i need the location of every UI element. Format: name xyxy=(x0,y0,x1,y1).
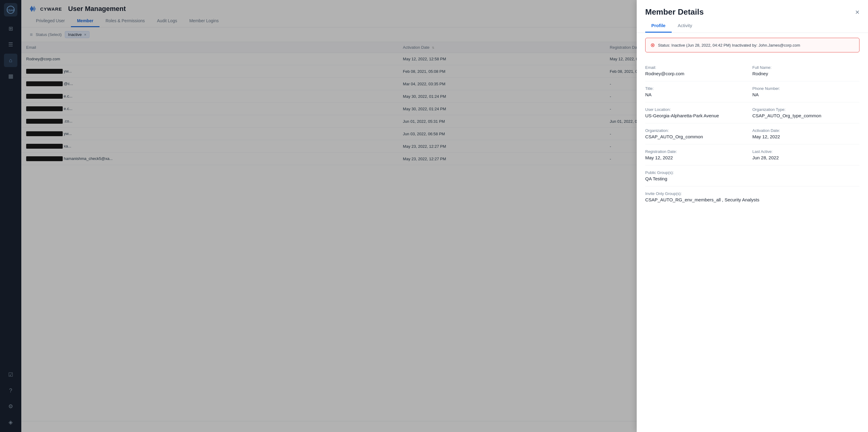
field-activation-date: Activation Date: May 12, 2022 xyxy=(752,123,860,144)
field-public-groups: Public Group(s): QA Testing xyxy=(645,166,860,186)
user-location-value: US-Georgia-Alpharetta-Park Avenue xyxy=(645,113,752,118)
status-alert-text: Status: Inactive (Jun 28, 2022, 04:42 PM… xyxy=(658,43,800,48)
field-org-type: Organization Type: CSAP_AUTO_Org_type_co… xyxy=(752,103,860,123)
field-full-name: Full Name: Rodney xyxy=(752,60,860,81)
invite-groups-label: Invite Only Group(s): xyxy=(645,191,860,196)
organization-value: CSAP_AUTO_Org_common xyxy=(645,134,752,139)
field-invite-groups: Invite Only Group(s): CSAP_AUTO_RG_env_m… xyxy=(645,186,860,207)
panel-tabs: Profile Activity xyxy=(637,19,868,33)
invite-groups-value: CSAP_AUTO_RG_env_members_all , Security … xyxy=(645,197,860,202)
panel-header: Member Details × xyxy=(637,0,868,17)
side-panel: Member Details × Profile Activity ⊗ Stat… xyxy=(637,0,868,432)
status-alert-icon: ⊗ xyxy=(650,42,655,49)
field-registration-date: Registration Date: May 12, 2022 xyxy=(645,144,752,166)
registration-date-label: Registration Date: xyxy=(645,149,752,154)
email-label: Email: xyxy=(645,65,752,70)
organization-label: Organization: xyxy=(645,128,752,133)
tab-profile[interactable]: Profile xyxy=(645,19,672,33)
full-name-label: Full Name: xyxy=(752,65,860,70)
field-last-active: Last Active: Jun 28, 2022 xyxy=(752,144,860,166)
activation-date-value: May 12, 2022 xyxy=(752,134,860,139)
field-email: Email: Rodney@corp.com xyxy=(645,60,752,81)
field-user-location: User Location: US-Georgia-Alpharetta-Par… xyxy=(645,103,752,123)
registration-date-value: May 12, 2022 xyxy=(645,155,752,160)
field-organization: Organization: CSAP_AUTO_Org_common xyxy=(645,123,752,144)
panel-close-button[interactable]: × xyxy=(855,8,860,16)
field-title: Title: NA xyxy=(645,81,752,103)
profile-content: Email: Rodney@corp.com Full Name: Rodney… xyxy=(637,57,868,216)
full-name-value: Rodney xyxy=(752,71,860,76)
activation-date-label: Activation Date: xyxy=(752,128,860,133)
phone-label: Phone Number: xyxy=(752,86,860,91)
title-label: Title: xyxy=(645,86,752,91)
public-groups-value: QA Testing xyxy=(645,176,860,181)
last-active-value: Jun 28, 2022 xyxy=(752,155,860,160)
org-type-label: Organization Type: xyxy=(752,107,860,112)
last-active-label: Last Active: xyxy=(752,149,860,154)
email-value: Rodney@corp.com xyxy=(645,71,752,76)
tab-activity[interactable]: Activity xyxy=(672,19,699,33)
org-type-value: CSAP_AUTO_Org_type_common xyxy=(752,113,860,118)
panel-title: Member Details xyxy=(645,7,704,17)
title-value: NA xyxy=(645,92,752,97)
profile-grid: Email: Rodney@corp.com Full Name: Rodney… xyxy=(645,60,860,207)
status-alert: ⊗ Status: Inactive (Jun 28, 2022, 04:42 … xyxy=(645,38,860,52)
public-groups-label: Public Group(s): xyxy=(645,170,860,175)
field-phone: Phone Number: NA xyxy=(752,81,860,103)
user-location-label: User Location: xyxy=(645,107,752,112)
phone-value: NA xyxy=(752,92,860,97)
